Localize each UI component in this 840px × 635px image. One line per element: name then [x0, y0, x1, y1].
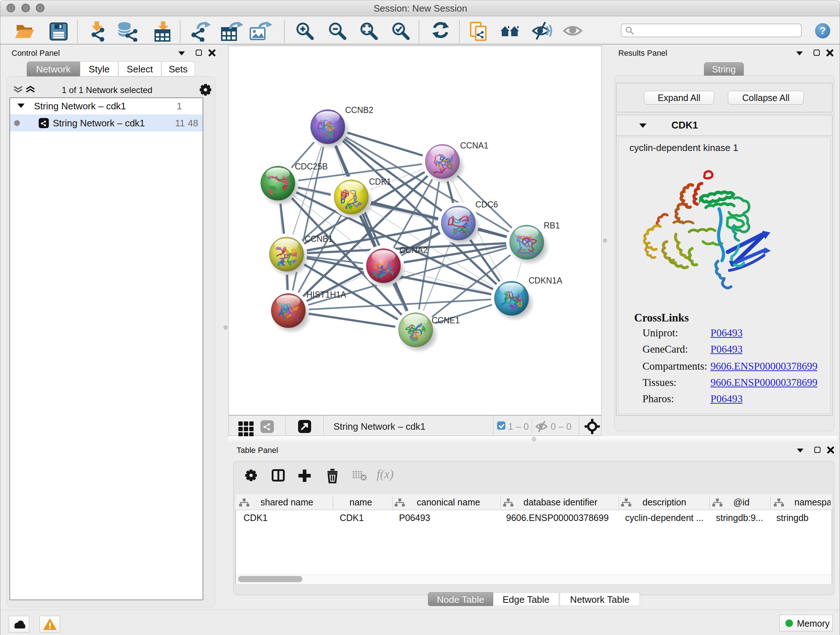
- svg-text:HIST1H1A: HIST1H1A: [306, 290, 347, 299]
- svg-text:CDK1: CDK1: [369, 177, 391, 187]
- svg-text:CCNB1: CCNB1: [305, 234, 333, 244]
- svg-text:CCNB2: CCNB2: [345, 105, 373, 115]
- svg-text:?: ?: [819, 25, 826, 36]
- svg-text:CCNA2: CCNA2: [399, 245, 428, 255]
- svg-text:CDKN1A: CDKN1A: [529, 276, 562, 285]
- svg-text:CCNE1: CCNE1: [431, 316, 460, 325]
- svg-text:CDC25B: CDC25B: [295, 162, 328, 171]
- svg-text:RB1: RB1: [544, 221, 560, 230]
- svg-text:CDC6: CDC6: [475, 200, 498, 209]
- svg-text:CCNA1: CCNA1: [460, 141, 488, 150]
